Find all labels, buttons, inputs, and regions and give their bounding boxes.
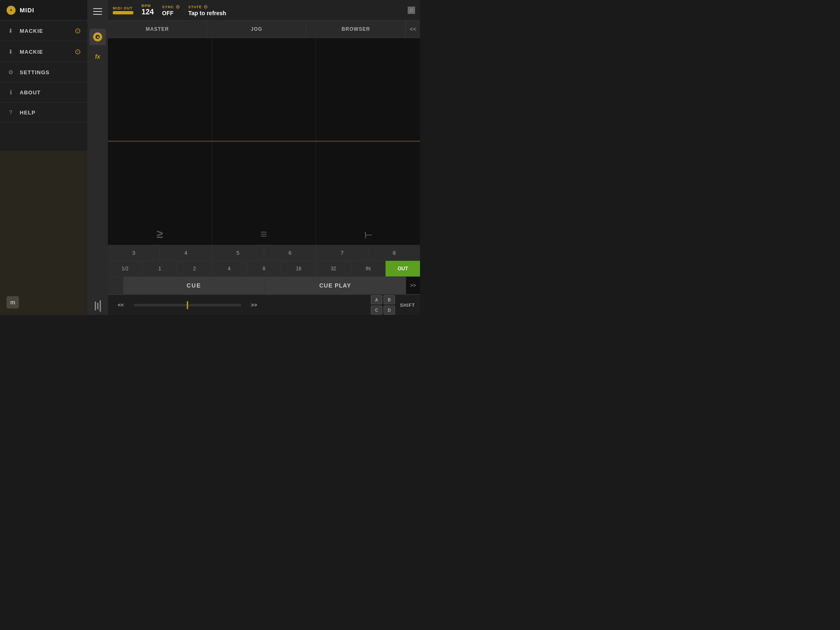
hamburger-button[interactable] [90,4,105,19]
hamburger-line-3 [93,14,102,15]
sidebar-item-about[interactable]: ℹ ABOUT [0,82,87,103]
transport-thumb [187,301,188,309]
hamburger-line-1 [93,8,102,9]
waveform-cell-3 [316,38,420,141]
waveform-area: ≥ ≡ ⊢ 3 4 5 6 7 [108,38,420,315]
waveform-bottom-row: ≥ ≡ ⊢ [108,142,420,245]
sidebar-item-label-4: ABOUT [20,89,41,96]
state-gear-icon[interactable]: ⚙ [203,4,208,10]
close-button[interactable]: □ [408,7,415,14]
number-btn-8[interactable]: 8 [368,245,420,260]
bpm-value: 124 [142,8,154,16]
sidebar-item-help[interactable]: ? HELP [0,103,87,123]
abcd-btn-c[interactable]: C [371,306,382,315]
cue-play-button[interactable]: CUE PLAY [265,277,406,294]
sidebar-item-label-5: HELP [20,110,36,116]
cue-row-nav[interactable]: >> [406,277,420,294]
division-out[interactable]: OUT [386,261,420,276]
transport-next[interactable]: >> [244,299,264,310]
number-btn-4[interactable]: 4 [160,245,212,260]
cue-pad[interactable] [108,277,123,294]
transport-row: << >> A B C D [108,294,420,315]
top-bar-right: □ [408,7,415,14]
division-2[interactable]: 2 [177,261,212,276]
abcd-btn-a[interactable]: A [371,295,382,304]
fx-label: fx [93,50,103,63]
abcd-btn-d[interactable]: D [383,306,395,315]
info-icon: ℹ [7,88,15,96]
sidebar: ● MIDI ⬇ MACKIE ⊙ ⬇ MACKIE ⊙ ⚙ SETTINGS … [0,0,87,315]
waveform-icon-1: ≥ [157,228,163,241]
vertical-bars-icon [92,297,103,315]
gear-icon: ⚙ [7,68,15,76]
waveform-cell-1 [108,38,212,141]
sync-label: SYNC [162,5,174,9]
waveform-cell-4: ≥ [108,142,212,245]
sidebar-bottom: m [0,290,87,315]
bar2 [97,303,98,309]
sidebar-item-settings[interactable]: ⚙ SETTINGS [0,62,87,82]
record-button[interactable] [89,29,106,45]
question-icon: ? [7,108,15,116]
abcd-btn-b[interactable]: B [383,295,395,304]
midi-out-section: MIDI OUT [113,6,133,14]
shift-button[interactable]: SHIFT [398,303,417,308]
check-icon: ⊙ [75,26,81,35]
fx-button[interactable]: fx [89,48,106,65]
cue-button[interactable]: CUE [123,277,265,294]
transport-slider[interactable] [134,304,241,306]
transport-prev[interactable]: << [111,299,130,310]
number-btn-3[interactable]: 3 [108,245,160,260]
main-content: MIDI OUT BPM 124 SYNC ⚙ OFF STATE ⚙ Tap … [108,0,420,315]
sidebar-logo: ● [7,6,16,15]
midi-out-label: MIDI OUT [113,6,133,10]
tab-nav-prev[interactable]: << [406,21,420,38]
bar1 [95,301,96,310]
division-4[interactable]: 4 [212,261,247,276]
division-in[interactable]: IN [351,261,386,276]
download-icon-2: ⬇ [7,48,15,56]
bar3 [100,300,101,312]
sidebar-item-mackie2[interactable]: ⬇ MACKIE ⊙ [0,41,87,62]
tab-master[interactable]: MASTER [108,21,207,38]
bpm-label: BPM [142,4,151,8]
sync-section: SYNC ⚙ OFF [162,4,180,16]
download-icon: ⬇ [7,27,15,35]
number-btn-6[interactable]: 6 [264,245,316,260]
wave-sep-1 [108,141,212,141]
waveform-icon-2: ≡ [260,228,267,241]
waveform-cell-6: ⊢ [316,142,420,245]
waveform-top-row [108,38,420,142]
waveform-cell-5: ≡ [212,142,316,245]
tab-browser[interactable]: BROWSER [306,21,406,38]
circle-dot [97,36,99,38]
wave-sep-3 [316,141,420,141]
cue-row: CUE CUE PLAY >> [108,277,420,294]
sidebar-item-mackie1[interactable]: ⬇ MACKIE ⊙ [0,21,87,41]
division-1[interactable]: 1 [143,261,178,276]
state-label: STATE [188,5,202,9]
top-bar: MIDI OUT BPM 124 SYNC ⚙ OFF STATE ⚙ Tap … [108,0,420,21]
circle-icon-inner [96,35,100,39]
wave-sep-2 [212,141,316,141]
waveform-icon-3: ⊢ [364,230,372,241]
state-section: STATE ⚙ Tap to refresh [188,4,226,16]
number-btn-5[interactable]: 5 [212,245,264,260]
tab-jog[interactable]: JOG [207,21,306,38]
sidebar-item-label-2: MACKIE [20,49,43,55]
division-8[interactable]: 8 [247,261,282,276]
division-32[interactable]: 32 [316,261,351,276]
division-16[interactable]: 16 [281,261,316,276]
menu-column: fx [87,0,108,315]
number-btn-7[interactable]: 7 [316,245,368,260]
abcd-grid: A B C D [371,295,395,315]
sidebar-item-label-3: SETTINGS [20,69,50,75]
sidebar-header: ● MIDI [0,0,87,21]
division-half[interactable]: 1/2 [108,261,143,276]
bpm-section: BPM 124 [142,4,154,16]
tab-bar: MASTER JOG BROWSER << [108,21,420,38]
app-logo: m [7,296,19,308]
sync-gear-icon[interactable]: ⚙ [176,4,180,10]
number-row: 3 4 5 6 7 8 [108,245,420,261]
midi-out-bar [113,11,133,14]
